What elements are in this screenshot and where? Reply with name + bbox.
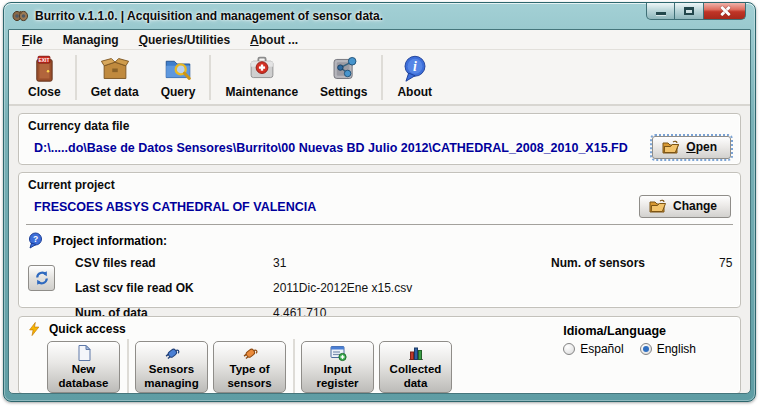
- project-info-table: CSV files read 31 Num. of sensors 75 Las…: [75, 256, 732, 320]
- input-register-button[interactable]: Input register: [301, 341, 374, 393]
- num-of-sensors-value: 75: [719, 256, 732, 270]
- menubar: File Managing Queries/Utilities About ..…: [9, 30, 750, 50]
- open-button-label: Open: [686, 140, 717, 154]
- refresh-button[interactable]: [28, 265, 55, 291]
- minimize-icon: [656, 12, 666, 15]
- toolbar-settings-button[interactable]: Settings: [309, 52, 378, 103]
- toolbar: EXIT Close Get data: [9, 50, 750, 106]
- orange-plug-icon: [241, 344, 259, 362]
- change-button-label: Change: [673, 199, 717, 213]
- quick-button-label-line: sensors: [227, 377, 271, 390]
- quick-button-label-line: New: [72, 363, 96, 376]
- menu-file[interactable]: File: [12, 31, 53, 49]
- new-document-icon: [75, 344, 93, 362]
- toolbar-maintenance-label: Maintenance: [225, 85, 298, 99]
- toolbar-close-label: Close: [28, 85, 61, 99]
- toolbar-get-data-label: Get data: [91, 85, 139, 99]
- toolbar-settings-label: Settings: [320, 85, 367, 99]
- project-group-title: Current project: [19, 173, 740, 192]
- toolbar-separator: [75, 55, 77, 100]
- radio-espanol-label: Español: [580, 342, 623, 356]
- content-area: Currency data file D:\.....do\Base de Da…: [9, 106, 750, 394]
- quick-button-label-line: Input: [323, 363, 351, 376]
- toolbar-get-data-button[interactable]: Get data: [80, 52, 150, 103]
- project-information-heading: Project information:: [53, 234, 167, 248]
- close-window-button[interactable]: [704, 3, 746, 20]
- open-button[interactable]: Open: [652, 136, 731, 159]
- radio-english-circle[interactable]: [640, 343, 652, 355]
- svg-text:?: ?: [33, 234, 38, 244]
- toolbar-separator: [381, 55, 383, 100]
- quick-access-separator: [293, 339, 295, 394]
- cardboard-box-icon: [100, 54, 130, 83]
- toolbar-close-button[interactable]: EXIT Close: [17, 52, 72, 103]
- maximize-icon: [684, 7, 694, 15]
- quick-button-label-line: Sensors: [149, 363, 194, 376]
- close-icon: [719, 5, 731, 17]
- maximize-button[interactable]: [675, 3, 704, 20]
- info-row-label: CSV files read: [75, 256, 273, 270]
- window-controls: [646, 3, 746, 20]
- current-project-name: FRESCOES ABSYS CATHEDRAL OF VALENCIA: [34, 200, 639, 214]
- radio-espanol-circle[interactable]: [563, 343, 575, 355]
- app-window: Burrito v.1.1.0. | Acquisition and manag…: [3, 2, 756, 402]
- first-aid-kit-icon: [247, 54, 277, 83]
- help-balloon-icon: ?: [27, 232, 44, 249]
- quick-access-separator: [127, 339, 129, 394]
- toolbar-separator: [209, 55, 211, 100]
- radio-espanol[interactable]: Español: [563, 342, 623, 356]
- quick-button-label-line: Type of: [229, 363, 269, 376]
- currency-data-file-group: Currency data file D:\.....do\Base de Da…: [18, 113, 741, 165]
- bar-chart-icon: [407, 344, 425, 362]
- quick-button-label-line: Collected: [390, 363, 442, 376]
- window-title: Burrito v.1.1.0. | Acquisition and manag…: [35, 9, 383, 23]
- menu-queries-utilities[interactable]: Queries/Utilities: [129, 31, 240, 49]
- change-folder-icon: [649, 199, 666, 213]
- quick-button-label-line: data: [404, 377, 428, 390]
- quick-access-group: Quick access New database: [18, 316, 741, 394]
- num-of-sensors-label: Num. of sensors: [551, 256, 719, 270]
- info-row-label: Last scv file read OK: [75, 281, 273, 295]
- titlebar[interactable]: Burrito v.1.1.0. | Acquisition and manag…: [4, 3, 755, 28]
- client-area: File Managing Queries/Utilities About ..…: [8, 29, 751, 394]
- sensors-managing-button[interactable]: Sensors managing: [135, 341, 208, 393]
- new-database-button[interactable]: New database: [47, 341, 120, 393]
- info-row-value: 31: [273, 256, 551, 270]
- blue-plug-icon: [163, 344, 181, 362]
- info-row-value: 2011Dic-2012Ene x15.csv: [273, 281, 551, 295]
- folder-search-icon: [163, 54, 193, 83]
- quick-button-label-line: database: [59, 377, 109, 390]
- radio-english-label: English: [657, 342, 696, 356]
- change-button[interactable]: Change: [639, 195, 731, 218]
- svg-text:EXIT: EXIT: [39, 58, 50, 63]
- quick-button-label-line: managing: [144, 377, 198, 390]
- lightning-icon: [27, 322, 41, 336]
- app-icon: [12, 8, 29, 23]
- menu-about[interactable]: About ...: [240, 31, 308, 49]
- currency-group-title: Currency data file: [19, 114, 740, 133]
- svg-text:i: i: [413, 59, 417, 74]
- toolbar-maintenance-button[interactable]: Maintenance: [214, 52, 309, 103]
- minimize-button[interactable]: [646, 3, 675, 20]
- toolbar-about-label: About: [397, 85, 432, 99]
- toolbar-query-button[interactable]: Query: [150, 52, 207, 103]
- exit-door-icon: EXIT: [29, 54, 59, 83]
- quick-button-label-line: register: [316, 377, 358, 390]
- currency-file-path: D:\.....do\Base de Datos Sensores\Burrit…: [34, 141, 652, 155]
- register-form-icon: [329, 344, 347, 362]
- language-selector: Idioma/Language Español English: [563, 324, 696, 356]
- radio-english[interactable]: English: [640, 342, 696, 356]
- settings-nodes-icon: [329, 54, 359, 83]
- refresh-icon: [34, 270, 50, 286]
- quick-access-heading: Quick access: [49, 322, 126, 336]
- current-project-group: Current project FRESCOES ABSYS CATHEDRAL…: [18, 172, 741, 308]
- type-of-sensors-button[interactable]: Type of sensors: [213, 341, 286, 393]
- toolbar-about-button[interactable]: i About: [386, 52, 443, 103]
- language-heading: Idioma/Language: [563, 324, 696, 338]
- info-balloon-icon: i: [400, 54, 430, 83]
- open-folder-icon: [662, 140, 679, 154]
- toolbar-query-label: Query: [161, 85, 196, 99]
- collected-data-button[interactable]: Collected data: [379, 341, 452, 393]
- menu-managing[interactable]: Managing: [53, 31, 129, 49]
